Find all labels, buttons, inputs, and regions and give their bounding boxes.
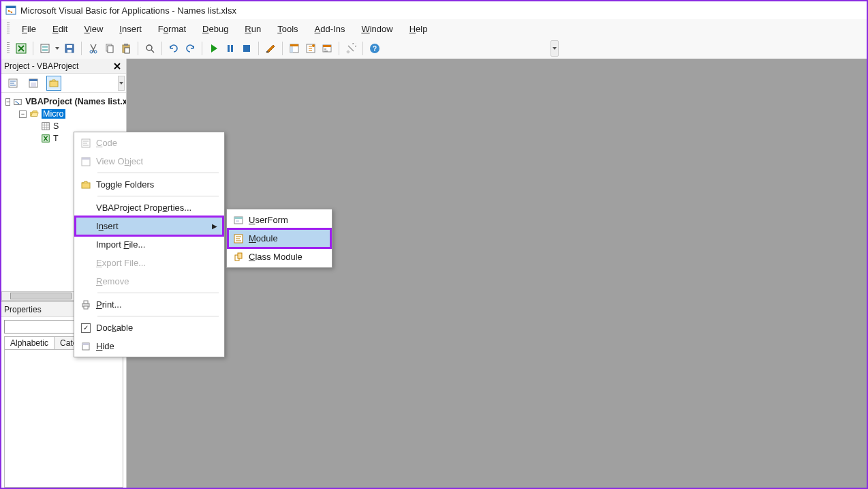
- svg-rect-49: [84, 306, 88, 309]
- sub-module[interactable]: Module: [228, 229, 330, 248]
- svg-rect-14: [108, 46, 113, 53]
- undo-icon[interactable]: [166, 41, 181, 56]
- ctx-print[interactable]: Print...: [76, 295, 223, 314]
- run-icon[interactable]: [206, 41, 221, 56]
- menu-grip[interactable]: [7, 23, 10, 35]
- ctx-import-file[interactable]: Import File...: [76, 235, 223, 254]
- project-explorer-icon[interactable]: [287, 41, 302, 56]
- ctx-view-object[interactable]: View Object: [76, 152, 223, 171]
- toolbar-sep: [339, 42, 339, 55]
- sub-userform[interactable]: UserForm: [228, 211, 330, 229]
- ctx-export-file[interactable]: Export File...: [76, 254, 223, 272]
- ctx-view-code[interactable]: Code: [76, 134, 223, 152]
- paste-icon[interactable]: [119, 41, 134, 56]
- help-icon[interactable]: ?: [367, 41, 382, 56]
- ctx-hide[interactable]: Hide: [76, 337, 223, 355]
- sub-class-module[interactable]: Class Module: [228, 248, 330, 266]
- mdi-workspace: [127, 59, 867, 488]
- menu-format[interactable]: Format: [151, 21, 193, 37]
- menu-debug[interactable]: Debug: [196, 21, 235, 37]
- project-toolbar-overflow[interactable]: [118, 76, 125, 91]
- svg-rect-10: [67, 50, 72, 53]
- project-panel-close-icon[interactable]: [111, 60, 123, 72]
- view-code-icon[interactable]: [5, 76, 20, 91]
- properties-panel-title: Properties: [4, 305, 42, 314]
- project-panel-title: Project - VBAProject: [4, 61, 78, 71]
- menu-file[interactable]: File: [15, 21, 43, 37]
- svg-rect-36: [31, 83, 36, 87]
- collapse-icon[interactable]: −: [5, 98, 10, 106]
- title-bar: Microsoft Visual Basic for Applications …: [1, 1, 867, 19]
- save-icon[interactable]: [62, 41, 77, 56]
- code-icon: [80, 138, 91, 149]
- toggle-folders-icon[interactable]: [46, 76, 61, 91]
- tree-folder-excel-objects[interactable]: − Micro: [1, 108, 126, 120]
- excel-icon[interactable]: [14, 41, 29, 56]
- object-icon: [80, 156, 91, 167]
- menu-bar: File Edit View Insert Format Debug Run T…: [1, 19, 867, 38]
- find-icon[interactable]: [142, 41, 157, 56]
- menu-addins[interactable]: Add-Ins: [308, 21, 352, 37]
- svg-rect-57: [238, 253, 242, 258]
- toolbar-grip[interactable]: [7, 42, 10, 55]
- menu-tools[interactable]: Tools: [270, 21, 305, 37]
- svg-rect-9: [67, 45, 72, 48]
- design-mode-icon[interactable]: [263, 41, 278, 56]
- toolbar-overflow[interactable]: [551, 40, 559, 57]
- svg-rect-1: [6, 6, 16, 8]
- svg-rect-20: [231, 45, 233, 52]
- ctx-toggle-folders-label: Toggle Folders: [96, 179, 154, 190]
- svg-text:?: ?: [373, 45, 377, 53]
- svg-rect-35: [29, 79, 37, 81]
- toolbar-sep: [138, 42, 138, 55]
- svg-rect-25: [290, 44, 298, 46]
- svg-rect-51: [82, 343, 89, 345]
- folder-icon: [80, 179, 91, 190]
- ctx-remove[interactable]: Remove: [76, 272, 223, 291]
- insert-dropdown[interactable]: [54, 46, 61, 51]
- project-context-menu: Code View Object Toggle Folders VBAProje…: [74, 132, 225, 357]
- svg-rect-29: [323, 45, 331, 47]
- ctx-separator: [97, 196, 219, 196]
- tree-item-label: S: [53, 121, 59, 131]
- insert-component-icon[interactable]: [37, 41, 52, 56]
- ctx-dockable[interactable]: ✓ Dockable: [76, 318, 223, 337]
- tab-alphabetic[interactable]: Alphabetic: [4, 336, 55, 349]
- properties-window-icon[interactable]: [303, 41, 318, 56]
- menu-help[interactable]: Help: [403, 21, 435, 37]
- cut-icon[interactable]: [86, 41, 101, 56]
- svg-rect-17: [125, 48, 129, 53]
- toolbox-icon[interactable]: [343, 41, 358, 56]
- menu-view[interactable]: View: [77, 21, 110, 37]
- toolbar-sep: [258, 42, 259, 55]
- ctx-insert[interactable]: Insert ▶: [76, 217, 223, 235]
- scrollbar-thumb[interactable]: [10, 293, 72, 299]
- tree-sheet-item[interactable]: S: [1, 120, 126, 132]
- break-icon[interactable]: [223, 41, 238, 56]
- svg-rect-38: [14, 100, 22, 105]
- tree-root[interactable]: − VBAProject (Names list.xlsx): [1, 95, 126, 108]
- reset-icon[interactable]: [239, 41, 254, 56]
- copy-icon[interactable]: [102, 41, 117, 56]
- toolbar-sep: [33, 42, 33, 55]
- svg-rect-37: [50, 81, 58, 87]
- ctx-separator: [97, 173, 219, 173]
- menu-window[interactable]: Window: [354, 21, 399, 37]
- toolbar-sep: [81, 42, 82, 55]
- menu-insert[interactable]: Insert: [112, 21, 149, 37]
- menu-edit[interactable]: Edit: [46, 21, 74, 37]
- view-object-icon[interactable]: [26, 76, 41, 91]
- tree-root-label: VBAProject (Names list.xlsx): [25, 97, 126, 106]
- ctx-vbaproj-properties[interactable]: VBAProject Properties...: [76, 198, 223, 217]
- collapse-icon[interactable]: −: [19, 110, 27, 118]
- svg-rect-7: [42, 49, 48, 51]
- menu-run[interactable]: Run: [238, 21, 268, 37]
- ctx-toggle-folders[interactable]: Toggle Folders: [76, 175, 223, 194]
- svg-rect-48: [84, 301, 88, 303]
- toolbar-sep: [282, 42, 283, 55]
- object-browser-icon[interactable]: [320, 41, 335, 56]
- svg-rect-19: [228, 45, 230, 52]
- svg-point-18: [146, 45, 152, 50]
- redo-icon[interactable]: [183, 41, 198, 56]
- properties-list[interactable]: [4, 349, 123, 488]
